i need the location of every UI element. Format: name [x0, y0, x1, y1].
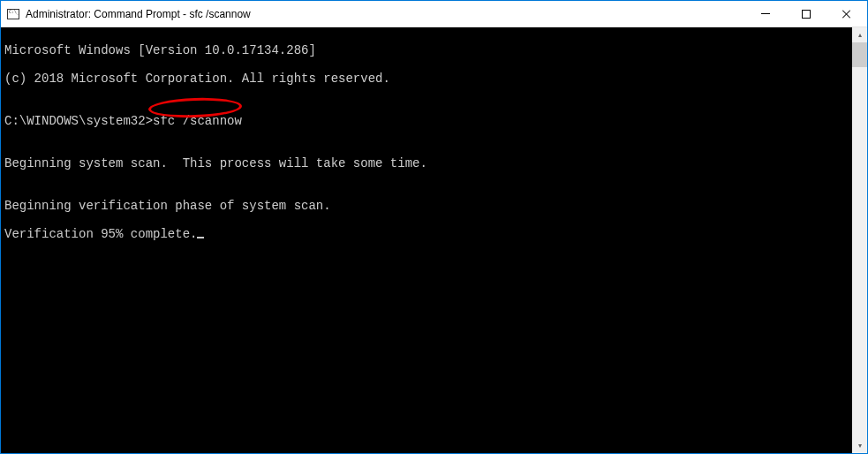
close-icon — [842, 9, 852, 19]
console-area: Microsoft Windows [Version 10.0.17134.28… — [1, 27, 867, 453]
output-line: Beginning system scan. This process will… — [4, 156, 849, 170]
maximize-button[interactable] — [786, 1, 826, 26]
prompt-path: C:\WINDOWS\system32> — [4, 114, 153, 128]
scroll-track[interactable] — [852, 42, 867, 438]
scroll-down-button[interactable]: ▾ — [852, 438, 867, 453]
chevron-up-icon: ▴ — [858, 31, 862, 39]
prompt-line: C:\WINDOWS\system32>sfc /scannow — [4, 114, 849, 128]
text-cursor — [197, 237, 204, 238]
maximize-icon — [802, 10, 811, 19]
vertical-scrollbar[interactable]: ▴ ▾ — [852, 27, 867, 453]
window-controls — [745, 1, 867, 26]
command-prompt-window: Administrator: Command Prompt - sfc /sca… — [0, 0, 868, 454]
output-line: Microsoft Windows [Version 10.0.17134.28… — [4, 43, 849, 57]
console-output[interactable]: Microsoft Windows [Version 10.0.17134.28… — [1, 27, 852, 453]
scroll-thumb[interactable] — [852, 42, 867, 67]
typed-command: sfc /scannow — [153, 114, 242, 128]
output-line: Beginning verification phase of system s… — [4, 199, 849, 213]
output-line: (c) 2018 Microsoft Corporation. All righ… — [4, 72, 849, 86]
titlebar[interactable]: Administrator: Command Prompt - sfc /sca… — [1, 1, 867, 27]
close-button[interactable] — [826, 1, 867, 26]
scroll-up-button[interactable]: ▴ — [852, 27, 867, 42]
chevron-down-icon: ▾ — [858, 442, 862, 450]
minimize-icon — [761, 13, 770, 14]
output-line: Verification 95% complete. — [4, 227, 849, 241]
cmd-icon — [6, 7, 20, 21]
progress-text: Verification 95% complete. — [4, 227, 197, 241]
minimize-button[interactable] — [745, 1, 786, 26]
window-title: Administrator: Command Prompt - sfc /sca… — [26, 8, 745, 20]
